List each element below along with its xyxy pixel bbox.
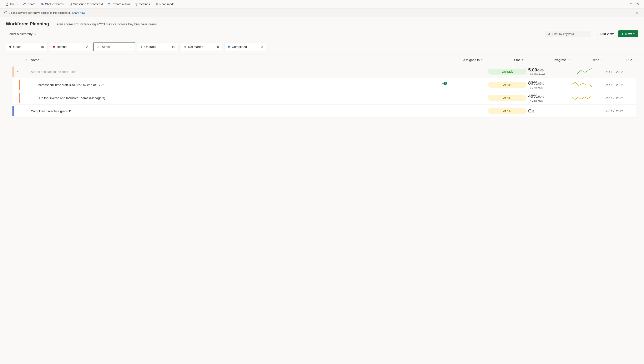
progress-change: ↓4.26% MoM <box>528 99 570 102</box>
goal-indicator <box>12 80 29 90</box>
chevron-down-icon <box>481 59 483 61</box>
status-card-count: 0 <box>217 45 219 48</box>
trend-cell <box>572 81 603 88</box>
check-icon <box>97 46 100 48</box>
share-icon <box>23 2 26 6</box>
goal-name: Compliance reaches grade B <box>31 109 440 113</box>
column-progress[interactable]: Progress <box>528 58 570 62</box>
status-dot <box>228 46 230 48</box>
goal-row[interactable]: Attract and Retain the Best TalentOn tra… <box>12 65 636 78</box>
settings-label: Settings <box>139 2 150 6</box>
expand-all-button[interactable] <box>12 58 29 62</box>
hierarchy-label: Select a hierarchy <box>8 32 32 36</box>
trend-cell <box>572 68 603 76</box>
svg-text:T: T <box>41 3 42 5</box>
status-card-label: On track <box>144 45 156 48</box>
goal-row[interactable]: Compliance reaches grade BAt riskC/BDec … <box>12 104 636 118</box>
progress-cell: 49%/50%↓4.26% MoM <box>528 94 570 102</box>
read-mode-button[interactable]: Read mode <box>153 1 176 7</box>
goal-name: Increase full time staff % to 85% by end… <box>31 83 440 87</box>
column-name[interactable]: Name <box>31 58 440 62</box>
goals-list: Attract and Retain the Best TalentOn tra… <box>0 65 644 118</box>
goal-row[interactable]: Increase full time staff % to 85% by end… <box>12 78 636 92</box>
new-label: New <box>625 32 632 36</box>
progress-value: C <box>528 108 532 114</box>
status-card-goals[interactable]: Goals15 <box>6 42 48 51</box>
share-now-link[interactable]: Share now. <box>72 11 86 14</box>
create-flow-button[interactable]: Create a flow <box>106 1 132 7</box>
list-view-button[interactable]: List view <box>594 30 616 37</box>
refresh-button[interactable] <box>628 1 634 7</box>
comment-badge[interactable]: 1 <box>442 83 445 87</box>
share-button[interactable]: Share <box>21 1 38 7</box>
column-due[interactable]: Due <box>604 58 636 62</box>
progress-target: /50% <box>537 95 544 98</box>
file-menu[interactable]: File <box>3 1 20 7</box>
settings-button[interactable]: Settings <box>133 1 152 7</box>
column-status[interactable]: Status <box>485 58 526 62</box>
status-pill: At risk <box>488 108 526 114</box>
chat-teams-button[interactable]: T Chat in Teams <box>38 1 66 7</box>
chevron-down-icon <box>633 33 635 35</box>
favorite-button[interactable] <box>635 1 641 7</box>
hierarchy-selector[interactable]: Select a hierarchy <box>6 30 38 37</box>
chevron-down-icon <box>16 3 18 5</box>
svg-rect-11 <box>6 12 6 14</box>
progress-change: ↓3.17% MoM <box>528 86 570 89</box>
svg-point-6 <box>136 4 137 5</box>
list-view-label: List view <box>600 32 614 36</box>
status-card-label: Not started <box>188 45 203 48</box>
refresh-icon <box>630 2 633 6</box>
close-icon <box>636 12 638 14</box>
chevron-down-icon <box>524 59 526 61</box>
goal-indicator <box>12 106 29 116</box>
chevron-down-icon <box>34 33 37 35</box>
notification-bar: 2 goals owners don't have access to this… <box>0 8 644 17</box>
status-card-count: 10 <box>172 45 175 48</box>
status-card-label: Behind <box>57 45 67 48</box>
column-trend[interactable]: Trend <box>572 58 603 62</box>
svg-point-10 <box>6 12 6 12</box>
page-header: Workforce Planning Team scorecard for tr… <box>0 17 644 40</box>
subscribe-button[interactable]: Subscribe to scorecard <box>66 1 105 7</box>
goal-name: Attract and Retain the Best Talent <box>31 70 440 74</box>
flow-icon <box>108 2 111 6</box>
status-card-label: At risk <box>102 45 110 48</box>
search-input[interactable] <box>552 32 588 36</box>
chevron-double-right-icon <box>24 58 27 62</box>
page-title: Workforce Planning <box>6 21 49 27</box>
flow-label: Create a flow <box>112 2 130 6</box>
status-card-on-track[interactable]: On track10 <box>137 42 179 51</box>
chevron-down-icon <box>600 59 603 61</box>
progress-value: 83% <box>528 80 537 86</box>
status-dot <box>9 46 11 48</box>
svg-point-12 <box>548 33 550 34</box>
status-card-at-risk[interactable]: At risk3 <box>93 42 135 51</box>
close-notification-button[interactable] <box>634 10 640 15</box>
progress-target: /B <box>532 110 534 113</box>
teams-icon: T <box>40 2 44 6</box>
status-card-label: Goals <box>13 45 21 48</box>
info-icon <box>4 11 8 14</box>
status-card-completed[interactable]: Completed0 <box>224 42 266 51</box>
svg-point-15 <box>596 34 596 34</box>
search-icon <box>548 32 550 36</box>
chevron-down-icon[interactable] <box>17 70 20 73</box>
svg-point-1 <box>42 3 43 4</box>
status-card-label: Completed <box>232 45 247 48</box>
search-box[interactable] <box>545 30 591 37</box>
plus-icon <box>621 32 624 36</box>
status-card-behind[interactable]: Behind2 <box>50 42 91 51</box>
column-assigned[interactable]: Assigned to <box>442 58 483 62</box>
goal-row[interactable]: Hire for Diverse and Inclusive Teams (Ma… <box>12 92 636 104</box>
status-card-not-started[interactable]: Not started0 <box>181 42 222 51</box>
grid-header: Name Assigned to Status Progress Trend D… <box>0 55 644 65</box>
status-cell: At risk <box>485 95 526 101</box>
progress-target: /85% <box>537 82 544 85</box>
new-button[interactable]: New <box>618 30 638 37</box>
due-date: Dec 12, 2022 <box>604 96 636 100</box>
due-date: Dec 12, 2022 <box>604 70 636 74</box>
status-pill: At risk <box>488 95 526 101</box>
progress-value: 5.00 <box>528 67 537 72</box>
status-filter-cards: Goals15Behind2At risk3On track10Not star… <box>0 40 644 55</box>
